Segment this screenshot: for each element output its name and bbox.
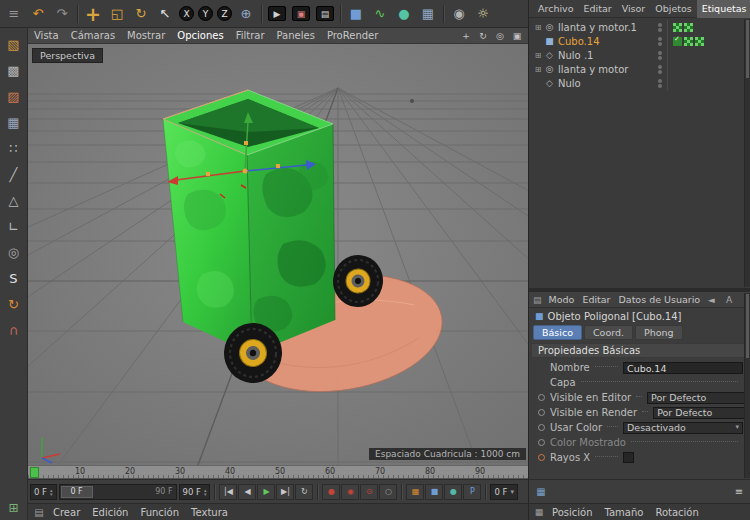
om-menu-archivo[interactable]: Archivo bbox=[533, 0, 579, 18]
text-size-icon[interactable]: A bbox=[722, 294, 736, 306]
goto-start-button[interactable]: |◀ bbox=[219, 484, 237, 500]
viewport-solo-icon[interactable]: ◎ bbox=[1, 239, 27, 265]
add-cube-icon[interactable]: ■ bbox=[344, 1, 368, 27]
viewport-canvas[interactable]: Perspectiva Espaciado Cuadricula : 1000 … bbox=[28, 44, 528, 465]
editor-visibility-dot[interactable] bbox=[658, 37, 662, 41]
field-dropdown[interactable]: Por Defecto ▾ bbox=[647, 392, 750, 404]
vp-menu-camaras[interactable]: Cámaras bbox=[65, 28, 121, 44]
scrollbar-thumb[interactable] bbox=[746, 294, 749, 358]
keyframe-dot-icon[interactable] bbox=[538, 424, 545, 431]
object-type-icon[interactable]: ◇ bbox=[543, 50, 556, 60]
menu-edicion[interactable]: Edición bbox=[86, 504, 134, 520]
points-mode-icon[interactable]: ∷ bbox=[1, 135, 27, 161]
scene-light-icon[interactable]: ☼ bbox=[471, 1, 495, 27]
field-text-input[interactable]: Cubo.14 bbox=[623, 362, 743, 374]
timeline-ruler[interactable]: 102030405060708090 bbox=[28, 465, 528, 479]
expand-toggle-icon[interactable]: ⊞ bbox=[533, 65, 543, 74]
array-tool-icon[interactable]: ▦ bbox=[416, 1, 440, 27]
generators-icon[interactable]: ● bbox=[392, 1, 416, 27]
model-mode-icon[interactable]: ▩ bbox=[1, 57, 27, 83]
object-row-nulo[interactable]: ◇ Nulo bbox=[529, 76, 750, 90]
render-view-icon[interactable]: ▶ bbox=[265, 1, 289, 27]
menu-crear[interactable]: Crear bbox=[47, 504, 86, 520]
render-settings-icon[interactable]: ▤ bbox=[313, 1, 337, 27]
axis-mode-icon[interactable]: ∟ bbox=[1, 213, 27, 239]
end-frame-box[interactable]: 90 F ▴ ▾ bbox=[179, 484, 211, 500]
render-visibility-dot[interactable] bbox=[658, 42, 662, 46]
object-label[interactable]: Nulo .1 bbox=[556, 50, 653, 61]
editor-visibility-dot[interactable] bbox=[658, 23, 662, 27]
object-label[interactable]: llanta y motor.1 bbox=[556, 22, 653, 33]
z-axis-lock-button[interactable]: Z bbox=[215, 1, 234, 27]
tab-coord[interactable]: Coord. bbox=[584, 325, 633, 340]
polygons-mode-icon[interactable]: △ bbox=[1, 187, 27, 213]
expand-toggle-icon[interactable]: ⊞ bbox=[533, 23, 543, 32]
render-picture-viewer-icon[interactable]: ▣ bbox=[289, 1, 313, 27]
visibility-dots[interactable] bbox=[653, 65, 667, 74]
spin-down-icon[interactable]: ▾ bbox=[204, 492, 207, 496]
key-rotation-button[interactable]: ● bbox=[444, 484, 462, 500]
vp-menu-prorender[interactable]: ProRender bbox=[321, 28, 384, 44]
x-axis-lock-button[interactable]: X bbox=[177, 1, 196, 27]
om-menu-visor[interactable]: Visor bbox=[617, 0, 651, 18]
spin-arrows[interactable]: ▴ ▾ bbox=[50, 488, 53, 496]
object-label[interactable]: Cubo.14 bbox=[556, 36, 653, 47]
tex-tag[interactable] bbox=[684, 23, 693, 32]
enable-axis-icon[interactable]: ↻ bbox=[1, 291, 27, 317]
frame-mode-box[interactable]: 0 F ▾ bbox=[490, 484, 518, 500]
object-row-llanta-y-motor-1[interactable]: ⊞ ◎ llanta y motor.1 bbox=[529, 20, 750, 34]
am-tab-datos-de-usuario[interactable]: Datos de Usuario bbox=[615, 292, 705, 308]
object-label[interactable]: llanta y motor bbox=[556, 64, 653, 75]
key-position-button[interactable]: ▦ bbox=[406, 484, 424, 500]
vp-menu-filtrar[interactable]: Filtrar bbox=[230, 28, 271, 44]
vp-menu-opciones[interactable]: Opciones bbox=[171, 28, 229, 44]
keyframe-dot-icon[interactable] bbox=[538, 394, 545, 401]
attribute-manager-scrollbar[interactable] bbox=[744, 293, 750, 478]
tab-basico[interactable]: Básico bbox=[533, 325, 582, 340]
visibility-dots[interactable] bbox=[653, 51, 667, 60]
field-dropdown[interactable]: Desactivado ▾ bbox=[623, 422, 743, 434]
redo-icon[interactable]: ↷ bbox=[50, 1, 74, 27]
record-button[interactable]: ● bbox=[322, 484, 340, 500]
undo-icon[interactable]: ↶ bbox=[26, 1, 50, 27]
object-type-icon[interactable]: ■ bbox=[543, 36, 556, 46]
viewport-label[interactable]: Perspectiva bbox=[32, 48, 103, 63]
editor-visibility-dot[interactable] bbox=[658, 79, 662, 83]
om-menu-objetos[interactable]: Objetos bbox=[650, 0, 696, 18]
loop-button[interactable]: ↻ bbox=[295, 484, 313, 500]
tex-tag[interactable] bbox=[673, 23, 682, 32]
om-menu-editar[interactable]: Editar bbox=[579, 0, 617, 18]
object-manager-scrollbar[interactable] bbox=[744, 19, 750, 287]
main-menu-icon[interactable]: ≡ bbox=[2, 1, 26, 27]
vp-menu-mostrar[interactable]: Mostrar bbox=[121, 28, 171, 44]
check-tag[interactable] bbox=[673, 37, 682, 46]
snap-icon[interactable]: S bbox=[1, 265, 27, 291]
visibility-dots[interactable] bbox=[653, 37, 667, 46]
render-visibility-dot[interactable] bbox=[658, 56, 662, 60]
field-checkbox[interactable] bbox=[623, 452, 634, 463]
menu-textura[interactable]: Textura bbox=[185, 504, 234, 520]
section-header[interactable]: Propiedades Básicas bbox=[531, 343, 749, 358]
tex-tag[interactable] bbox=[684, 37, 693, 46]
play-button[interactable]: ▶ bbox=[257, 484, 275, 500]
panel-options-icon[interactable]: ≡ bbox=[732, 486, 746, 498]
object-label[interactable]: Nulo bbox=[556, 78, 653, 89]
toolbar-button[interactable] bbox=[74, 1, 81, 27]
texture-mode-icon[interactable]: ▨ bbox=[1, 83, 27, 109]
editor-visibility-dot[interactable] bbox=[658, 65, 662, 69]
spin-down-icon[interactable]: ▾ bbox=[50, 492, 53, 496]
om-menu-etiquetas[interactable]: Etiquetas bbox=[697, 0, 750, 18]
keyframe-dot-icon[interactable] bbox=[538, 454, 545, 461]
menu-tamano[interactable]: Tamaño bbox=[599, 504, 650, 520]
scrollbar-thumb[interactable] bbox=[746, 20, 749, 78]
prev-frame-button[interactable]: ◀ bbox=[238, 484, 256, 500]
make-editable-icon[interactable]: ▧ bbox=[1, 31, 27, 57]
record-selection-button[interactable]: ⊙ bbox=[360, 484, 378, 500]
live-selection-icon[interactable]: ↖ bbox=[153, 1, 177, 27]
workplane-mode-icon[interactable]: ▦ bbox=[1, 109, 27, 135]
field-dropdown[interactable]: Por Defecto ▾ bbox=[653, 407, 750, 419]
current-frame-marker[interactable] bbox=[30, 467, 39, 478]
keyframe-dot-icon[interactable] bbox=[538, 409, 545, 416]
am-tab-editar[interactable]: Editar bbox=[578, 292, 614, 308]
toggle-view-icon[interactable]: ▣ bbox=[510, 30, 524, 42]
